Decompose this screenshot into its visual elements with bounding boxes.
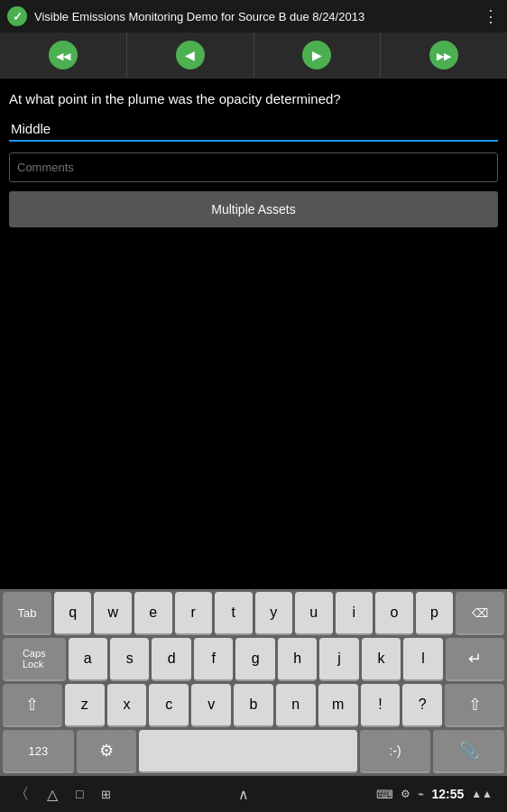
key-y[interactable]: y: [255, 592, 293, 635]
system-nav-bar: 〈 △ □ ⊞ ∧ ⌨ ⚙ ⌁ 12:55 ▲▲: [0, 776, 507, 812]
shift-left-key[interactable]: ⇧: [3, 684, 62, 727]
wifi-icon: ▲▲: [471, 788, 493, 800]
sys-nav-center: ∧: [238, 786, 249, 803]
key-i[interactable]: i: [336, 592, 373, 635]
sync-icon: ⚙: [401, 788, 410, 800]
key-z[interactable]: z: [65, 684, 105, 727]
key-d[interactable]: d: [152, 638, 190, 681]
multiple-assets-button[interactable]: Multiple Assets: [9, 191, 498, 227]
key-b[interactable]: b: [234, 684, 273, 727]
key-g[interactable]: g: [235, 638, 274, 681]
key-u[interactable]: u: [295, 592, 333, 635]
key-v[interactable]: v: [191, 684, 231, 727]
attach-key[interactable]: 📎: [433, 730, 504, 773]
emoji-key[interactable]: :-): [360, 730, 431, 773]
back-icon: [185, 47, 195, 63]
navigation-buttons: [0, 32, 507, 78]
nav-forward-button[interactable]: [254, 32, 382, 78]
answer-input[interactable]: [9, 117, 498, 142]
back-nav-icon[interactable]: 〈: [14, 785, 29, 804]
key-x[interactable]: x: [107, 684, 147, 727]
question-text: At what point in the plume was the opaci…: [9, 91, 498, 106]
key-t[interactable]: t: [215, 592, 253, 635]
key-f[interactable]: f: [194, 638, 233, 681]
keyboard-row-2: CapsLock a s d f g h j k l ↵: [0, 635, 507, 681]
sys-nav-right: ⌨ ⚙ ⌁ 12:55 ▲▲: [376, 787, 493, 801]
settings-key[interactable]: ⚙: [77, 730, 136, 773]
numbers-key[interactable]: 123: [3, 730, 74, 773]
shift-right-key[interactable]: ⇧: [445, 684, 504, 727]
comments-input[interactable]: [9, 152, 498, 182]
nav-fast-forward-button[interactable]: [381, 32, 507, 78]
qr-nav-icon[interactable]: ⊞: [101, 788, 111, 801]
nav-rewind-button[interactable]: [0, 32, 127, 78]
home-nav-icon[interactable]: △: [47, 786, 58, 803]
caps-lock-key[interactable]: CapsLock: [3, 638, 66, 681]
keyboard-status-icon: ⌨: [376, 788, 393, 801]
key-r[interactable]: r: [175, 592, 213, 635]
key-l[interactable]: l: [403, 638, 442, 681]
key-h[interactable]: h: [278, 638, 317, 681]
backspace-key[interactable]: ⌫: [456, 592, 504, 635]
key-w[interactable]: w: [94, 592, 132, 635]
key-n[interactable]: n: [276, 684, 316, 727]
more-icon[interactable]: ⋮: [483, 6, 500, 26]
forward-icon: [312, 47, 322, 63]
key-q[interactable]: q: [54, 592, 92, 635]
clock: 12:55: [431, 787, 464, 801]
up-nav-icon[interactable]: ∧: [238, 786, 249, 803]
recents-nav-icon[interactable]: □: [76, 787, 83, 801]
fast-forward-icon: [437, 47, 451, 63]
check-icon: [7, 6, 27, 26]
key-p[interactable]: p: [416, 592, 454, 635]
status-bar: Visible Emissions Monitoring Demo for So…: [0, 0, 507, 32]
space-key[interactable]: [139, 730, 357, 773]
content-area: At what point in the plume was the opaci…: [0, 78, 507, 240]
key-k[interactable]: k: [362, 638, 401, 681]
key-exclamation[interactable]: !: [361, 684, 401, 727]
key-e[interactable]: e: [134, 592, 172, 635]
keyboard: Tab q w e r t y u i o p ⌫ CapsLock a s d…: [0, 589, 507, 776]
sys-nav-left: 〈 △ □ ⊞: [14, 785, 111, 804]
keyboard-row-3: ⇧ z x c v b n m ! ? ⇧: [0, 681, 507, 727]
key-a[interactable]: a: [69, 638, 107, 681]
key-m[interactable]: m: [318, 684, 358, 727]
key-s[interactable]: s: [110, 638, 149, 681]
enter-key[interactable]: ↵: [446, 638, 504, 681]
keyboard-row-1: Tab q w e r t y u i o p ⌫: [0, 589, 507, 635]
usb-icon: ⌁: [418, 788, 424, 800]
key-tab[interactable]: Tab: [3, 592, 51, 635]
key-question[interactable]: ?: [402, 684, 442, 727]
key-j[interactable]: j: [319, 638, 358, 681]
nav-back-button[interactable]: [127, 32, 254, 78]
key-c[interactable]: c: [149, 684, 189, 727]
app-title: Visible Emissions Monitoring Demo for So…: [34, 10, 483, 23]
keyboard-row-4: 123 ⚙ :-) 📎: [0, 727, 507, 776]
key-o[interactable]: o: [375, 592, 413, 635]
rewind-icon: [56, 47, 70, 63]
